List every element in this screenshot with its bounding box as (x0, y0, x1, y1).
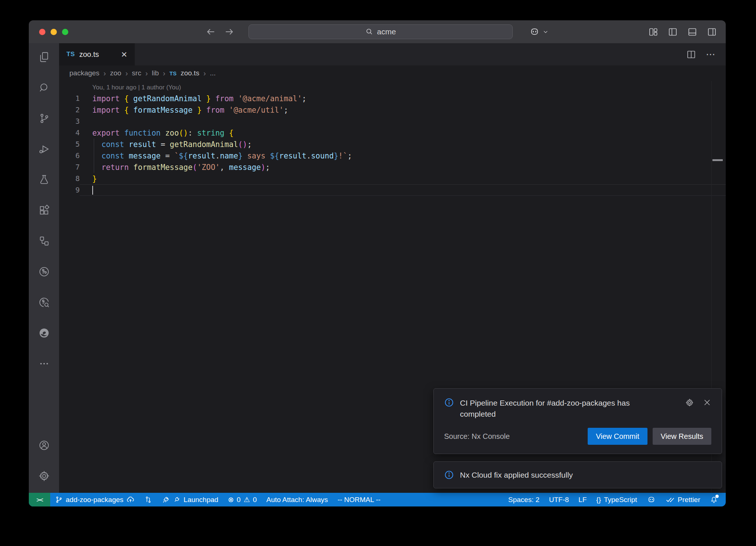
launchpad-status-item[interactable]: Launchpad (157, 493, 223, 506)
activity-bar (29, 43, 59, 493)
formatter-status-item[interactable]: Prettier (661, 495, 705, 504)
status-bar: >< add-zoo-packages Launchpad ⊗ (29, 493, 726, 506)
tab-label: zoo.ts (79, 50, 99, 59)
vim-mode-status-item[interactable]: -- NORMAL -- (333, 493, 385, 506)
code-line-3[interactable]: 3 (59, 116, 726, 127)
indentation-status-item[interactable]: Spaces: 2 (504, 496, 544, 504)
additional-views-icon[interactable] (38, 358, 50, 369)
customize-layout-icon[interactable] (648, 27, 658, 37)
info-icon (444, 470, 454, 480)
rocket-icon (162, 496, 170, 504)
view-results-button[interactable]: View Results (653, 428, 711, 445)
plug-icon (173, 496, 181, 504)
forward-arrow-icon[interactable] (224, 27, 234, 37)
language-status-item[interactable]: {} TypeScript (591, 496, 642, 504)
line-number: 2 (59, 106, 80, 114)
eol-status-item[interactable]: LF (574, 496, 591, 504)
line-number: 1 (59, 94, 80, 103)
command-center-search[interactable]: acme (248, 24, 513, 39)
notification-settings-gear-icon[interactable] (685, 398, 694, 407)
testing-icon[interactable] (38, 174, 50, 185)
branch-status-item[interactable]: add-zoo-packages (50, 493, 140, 506)
notification-message: Nx Cloud fix applied successfully (460, 471, 573, 480)
code-line-9[interactable]: 9 (59, 184, 726, 196)
gitlens-inspect-icon[interactable] (38, 297, 50, 308)
chevron-right-icon: › (203, 69, 206, 78)
split-editor-icon[interactable] (686, 50, 696, 59)
overview-ruler-marker (712, 159, 723, 161)
breadcrumb-item[interactable]: zoo (110, 69, 121, 77)
toggle-primary-sidebar-icon[interactable] (668, 27, 678, 37)
auto-attach-status-item[interactable]: Auto Attach: Always (262, 493, 333, 506)
code-line-7[interactable]: 7 return formatMessage('ZOO', message); (59, 161, 726, 173)
encoding-status-item[interactable]: UTF-8 (544, 496, 574, 504)
run-debug-icon[interactable] (38, 143, 50, 155)
view-commit-button[interactable]: View Commit (588, 428, 647, 445)
account-icon[interactable] (38, 440, 50, 451)
breadcrumb-file[interactable]: zoo.ts (181, 69, 199, 77)
back-arrow-icon[interactable] (206, 27, 216, 37)
notifications-bell-item[interactable] (705, 496, 723, 504)
line-number: 3 (59, 117, 80, 126)
launchpad-label: Launchpad (183, 496, 218, 504)
double-check-icon (666, 495, 675, 504)
code-line-5[interactable]: 5 const result = getRandomAnimal(); (59, 139, 726, 150)
explorer-icon[interactable] (38, 51, 50, 63)
breadcrumb: packages › zoo › src › lib › TS zoo.ts ›… (59, 65, 726, 81)
notification-source: Source: Nx Console (444, 432, 510, 441)
branch-name: add-zoo-packages (66, 496, 123, 504)
copilot-menu[interactable] (529, 26, 549, 37)
source-control-icon[interactable] (38, 113, 50, 124)
git-branch-icon (55, 496, 63, 504)
gitlens-icon[interactable] (38, 266, 50, 277)
search-sidebar-icon[interactable] (38, 82, 50, 93)
edge-browser-icon[interactable] (38, 327, 50, 339)
close-window-button[interactable] (39, 29, 45, 35)
tab-close-icon[interactable]: ✕ (121, 51, 127, 58)
code-lines: 1import { getRandomAnimal } from '@acme/… (59, 93, 726, 196)
traffic-lights (39, 20, 68, 43)
notification-close-icon[interactable] (703, 398, 711, 407)
breadcrumb-item[interactable]: lib (152, 69, 159, 77)
notification-center: CI Pipeline Execution for #add-zoo-packa… (433, 388, 722, 488)
breadcrumb-overflow[interactable]: ... (210, 69, 216, 77)
error-icon: ⊗ (228, 495, 234, 504)
remote-indicator[interactable]: >< (29, 493, 50, 506)
chevron-down-icon (542, 28, 549, 35)
copilot-status-item[interactable] (642, 495, 661, 504)
zoom-window-button[interactable] (62, 29, 68, 35)
code-line-1[interactable]: 1import { getRandomAnimal } from '@acme/… (59, 93, 726, 104)
chevron-right-icon: › (103, 69, 106, 78)
search-value: acme (377, 27, 396, 36)
line-number: 7 (59, 163, 80, 171)
problems-status-item[interactable]: ⊗ 0 ⚠ 0 (223, 493, 261, 506)
code-line-2[interactable]: 2import { formatMessage } from '@acme/ut… (59, 104, 726, 116)
vscode-window: acme (29, 20, 726, 506)
extensions-icon[interactable] (38, 205, 50, 216)
git-blame-annotation: You, 1 hour ago | 1 author (You) (59, 82, 726, 93)
toggle-panel-icon[interactable] (687, 27, 697, 37)
code-line-6[interactable]: 6 const message = `${result.name} says $… (59, 150, 726, 161)
editor-group: TS zoo.ts ✕ ⋯ packages › zoo › src › (59, 43, 726, 493)
error-count: 0 (237, 496, 241, 504)
breadcrumb-item[interactable]: packages (69, 69, 99, 77)
toggle-secondary-sidebar-icon[interactable] (707, 27, 717, 37)
nx-console-icon[interactable] (38, 235, 50, 247)
title-bar: acme (29, 20, 726, 43)
chevron-right-icon: › (163, 69, 165, 78)
git-graph-status-item[interactable] (140, 493, 157, 506)
tab-zoo-ts[interactable]: TS zoo.ts ✕ (59, 43, 135, 65)
search-icon (365, 28, 373, 36)
line-number: 4 (59, 129, 80, 137)
minimize-window-button[interactable] (51, 29, 57, 35)
notification-toast-ci-pipeline: CI Pipeline Execution for #add-zoo-packa… (433, 388, 722, 454)
code-line-8[interactable]: 8} (59, 173, 726, 184)
code-line-4[interactable]: 4export function zoo(): string { (59, 127, 726, 139)
bell-icon (710, 496, 718, 504)
git-compare-icon (144, 496, 152, 504)
editor-more-actions-icon[interactable]: ⋯ (706, 49, 716, 60)
info-icon (444, 397, 454, 407)
settings-gear-icon[interactable] (38, 470, 50, 482)
chevron-right-icon: › (126, 69, 128, 78)
breadcrumb-item[interactable]: src (132, 69, 141, 77)
